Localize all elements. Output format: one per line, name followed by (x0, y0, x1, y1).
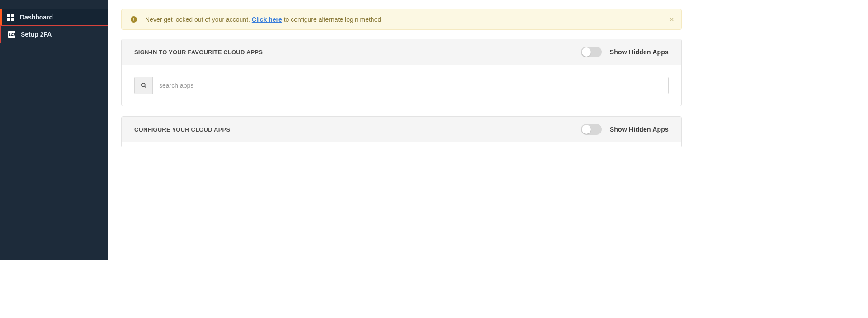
sidebar-item-dashboard[interactable]: Dashboard (0, 9, 108, 25)
alert-text: Never get locked out of your account. Cl… (145, 16, 383, 23)
alert-text-after: to configure alternate login method. (282, 16, 383, 23)
search-apps (134, 77, 669, 94)
search-button[interactable] (135, 77, 153, 94)
search-icon (141, 82, 147, 89)
alert-link[interactable]: Click here (252, 16, 282, 23)
panel-header: CONFIGURE YOUR CLOUD APPS Show Hidden Ap… (122, 117, 681, 142)
sidebar: Dashboard 123 Setup 2FA (0, 0, 108, 260)
main-content: ! Never get locked out of your account. … (108, 0, 694, 260)
toggle-knob (582, 125, 591, 134)
svg-line-1 (144, 86, 146, 88)
sidebar-item-setup-2fa[interactable]: 123 Setup 2FA (0, 25, 108, 43)
search-input[interactable] (153, 77, 668, 94)
show-hidden-apps-toggle[interactable] (581, 47, 602, 57)
svg-point-0 (141, 83, 145, 87)
sidebar-item-label: Setup 2FA (21, 31, 52, 38)
panel-body (122, 65, 681, 106)
toggle-label: Show Hidden Apps (610, 48, 669, 56)
panel-title: CONFIGURE YOUR CLOUD APPS (134, 126, 230, 133)
info-icon: ! (131, 16, 137, 23)
alert-text-before: Never get locked out of your account. (145, 16, 252, 23)
lockout-alert: ! Never get locked out of your account. … (121, 9, 682, 30)
toggle-knob (582, 47, 591, 57)
panel-configure-apps: CONFIGURE YOUR CLOUD APPS Show Hidden Ap… (121, 116, 682, 147)
panel-header: SIGN-IN TO YOUR FAVOURITE CLOUD APPS Sho… (122, 39, 681, 65)
sidebar-item-label: Dashboard (20, 14, 53, 21)
close-icon[interactable]: × (669, 15, 674, 24)
dashboard-icon (7, 14, 14, 21)
digits-icon: 123 (8, 31, 15, 38)
show-hidden-apps-toggle[interactable] (581, 124, 602, 135)
panel-signin-apps: SIGN-IN TO YOUR FAVOURITE CLOUD APPS Sho… (121, 39, 682, 106)
panel-body (122, 142, 681, 147)
toggle-label: Show Hidden Apps (610, 126, 669, 133)
panel-title: SIGN-IN TO YOUR FAVOURITE CLOUD APPS (134, 49, 263, 56)
